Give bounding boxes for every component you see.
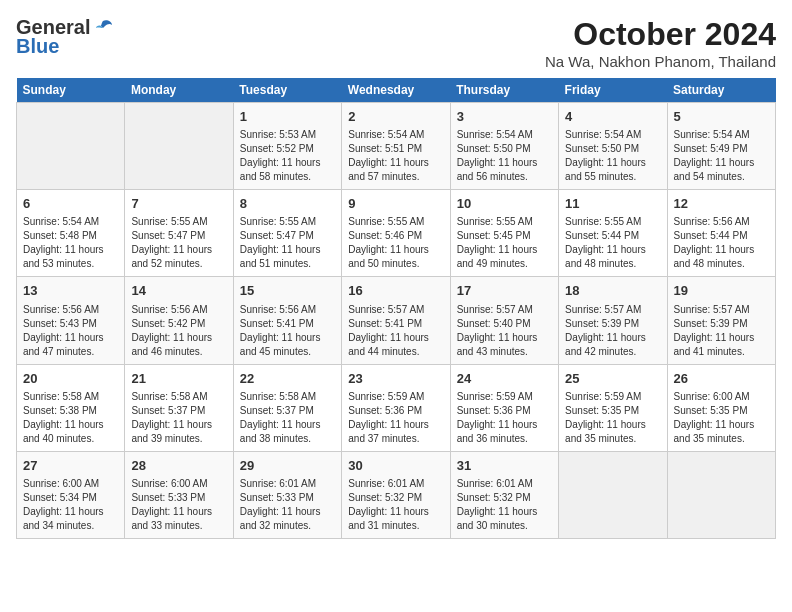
day-number: 27: [23, 457, 118, 475]
day-cell: 1Sunrise: 5:53 AMSunset: 5:52 PMDaylight…: [233, 103, 341, 190]
day-number: 30: [348, 457, 443, 475]
location-title: Na Wa, Nakhon Phanom, Thailand: [545, 53, 776, 70]
day-cell: 13Sunrise: 5:56 AMSunset: 5:43 PMDayligh…: [17, 277, 125, 364]
week-row-1: 1Sunrise: 5:53 AMSunset: 5:52 PMDaylight…: [17, 103, 776, 190]
day-info: Sunrise: 6:00 AMSunset: 5:34 PMDaylight:…: [23, 477, 118, 533]
day-cell: 16Sunrise: 5:57 AMSunset: 5:41 PMDayligh…: [342, 277, 450, 364]
day-cell: 27Sunrise: 6:00 AMSunset: 5:34 PMDayligh…: [17, 451, 125, 538]
day-info: Sunrise: 5:58 AMSunset: 5:37 PMDaylight:…: [240, 390, 335, 446]
day-cell: 11Sunrise: 5:55 AMSunset: 5:44 PMDayligh…: [559, 190, 667, 277]
logo-bird-icon: [92, 17, 114, 39]
day-info: Sunrise: 5:55 AMSunset: 5:47 PMDaylight:…: [240, 215, 335, 271]
day-number: 9: [348, 195, 443, 213]
day-cell: 28Sunrise: 6:00 AMSunset: 5:33 PMDayligh…: [125, 451, 233, 538]
day-cell: 19Sunrise: 5:57 AMSunset: 5:39 PMDayligh…: [667, 277, 775, 364]
day-cell: 17Sunrise: 5:57 AMSunset: 5:40 PMDayligh…: [450, 277, 558, 364]
day-number: 4: [565, 108, 660, 126]
day-number: 24: [457, 370, 552, 388]
day-cell: 30Sunrise: 6:01 AMSunset: 5:32 PMDayligh…: [342, 451, 450, 538]
day-number: 19: [674, 282, 769, 300]
day-info: Sunrise: 5:54 AMSunset: 5:49 PMDaylight:…: [674, 128, 769, 184]
day-info: Sunrise: 5:56 AMSunset: 5:41 PMDaylight:…: [240, 303, 335, 359]
day-info: Sunrise: 5:59 AMSunset: 5:36 PMDaylight:…: [348, 390, 443, 446]
day-number: 26: [674, 370, 769, 388]
header-wednesday: Wednesday: [342, 78, 450, 103]
logo-blue: Blue: [16, 35, 59, 58]
day-info: Sunrise: 5:55 AMSunset: 5:47 PMDaylight:…: [131, 215, 226, 271]
day-info: Sunrise: 5:57 AMSunset: 5:41 PMDaylight:…: [348, 303, 443, 359]
day-cell: 2Sunrise: 5:54 AMSunset: 5:51 PMDaylight…: [342, 103, 450, 190]
day-cell: 12Sunrise: 5:56 AMSunset: 5:44 PMDayligh…: [667, 190, 775, 277]
day-cell: 14Sunrise: 5:56 AMSunset: 5:42 PMDayligh…: [125, 277, 233, 364]
day-info: Sunrise: 5:56 AMSunset: 5:44 PMDaylight:…: [674, 215, 769, 271]
day-cell: 25Sunrise: 5:59 AMSunset: 5:35 PMDayligh…: [559, 364, 667, 451]
week-row-4: 20Sunrise: 5:58 AMSunset: 5:38 PMDayligh…: [17, 364, 776, 451]
day-number: 22: [240, 370, 335, 388]
day-number: 29: [240, 457, 335, 475]
day-info: Sunrise: 5:54 AMSunset: 5:51 PMDaylight:…: [348, 128, 443, 184]
day-info: Sunrise: 5:57 AMSunset: 5:39 PMDaylight:…: [674, 303, 769, 359]
calendar-header-row: SundayMondayTuesdayWednesdayThursdayFrid…: [17, 78, 776, 103]
day-info: Sunrise: 5:59 AMSunset: 5:35 PMDaylight:…: [565, 390, 660, 446]
week-row-2: 6Sunrise: 5:54 AMSunset: 5:48 PMDaylight…: [17, 190, 776, 277]
day-cell: 8Sunrise: 5:55 AMSunset: 5:47 PMDaylight…: [233, 190, 341, 277]
day-info: Sunrise: 5:57 AMSunset: 5:39 PMDaylight:…: [565, 303, 660, 359]
day-info: Sunrise: 6:01 AMSunset: 5:32 PMDaylight:…: [457, 477, 552, 533]
day-cell: [667, 451, 775, 538]
day-number: 31: [457, 457, 552, 475]
day-info: Sunrise: 6:01 AMSunset: 5:32 PMDaylight:…: [348, 477, 443, 533]
day-cell: [17, 103, 125, 190]
day-info: Sunrise: 5:56 AMSunset: 5:42 PMDaylight:…: [131, 303, 226, 359]
day-info: Sunrise: 5:53 AMSunset: 5:52 PMDaylight:…: [240, 128, 335, 184]
day-number: 10: [457, 195, 552, 213]
header-tuesday: Tuesday: [233, 78, 341, 103]
day-info: Sunrise: 5:56 AMSunset: 5:43 PMDaylight:…: [23, 303, 118, 359]
day-number: 6: [23, 195, 118, 213]
day-number: 20: [23, 370, 118, 388]
day-cell: 9Sunrise: 5:55 AMSunset: 5:46 PMDaylight…: [342, 190, 450, 277]
day-number: 7: [131, 195, 226, 213]
day-info: Sunrise: 5:58 AMSunset: 5:38 PMDaylight:…: [23, 390, 118, 446]
day-cell: 26Sunrise: 6:00 AMSunset: 5:35 PMDayligh…: [667, 364, 775, 451]
day-cell: 23Sunrise: 5:59 AMSunset: 5:36 PMDayligh…: [342, 364, 450, 451]
day-info: Sunrise: 5:58 AMSunset: 5:37 PMDaylight:…: [131, 390, 226, 446]
day-number: 18: [565, 282, 660, 300]
day-number: 17: [457, 282, 552, 300]
day-cell: 4Sunrise: 5:54 AMSunset: 5:50 PMDaylight…: [559, 103, 667, 190]
day-cell: 31Sunrise: 6:01 AMSunset: 5:32 PMDayligh…: [450, 451, 558, 538]
day-number: 16: [348, 282, 443, 300]
day-number: 13: [23, 282, 118, 300]
day-number: 5: [674, 108, 769, 126]
title-block: October 2024 Na Wa, Nakhon Phanom, Thail…: [545, 16, 776, 70]
day-info: Sunrise: 6:00 AMSunset: 5:35 PMDaylight:…: [674, 390, 769, 446]
header-saturday: Saturday: [667, 78, 775, 103]
day-info: Sunrise: 5:55 AMSunset: 5:44 PMDaylight:…: [565, 215, 660, 271]
day-number: 12: [674, 195, 769, 213]
day-cell: 24Sunrise: 5:59 AMSunset: 5:36 PMDayligh…: [450, 364, 558, 451]
day-info: Sunrise: 5:54 AMSunset: 5:48 PMDaylight:…: [23, 215, 118, 271]
day-cell: 21Sunrise: 5:58 AMSunset: 5:37 PMDayligh…: [125, 364, 233, 451]
day-info: Sunrise: 6:00 AMSunset: 5:33 PMDaylight:…: [131, 477, 226, 533]
day-number: 14: [131, 282, 226, 300]
day-number: 1: [240, 108, 335, 126]
day-cell: 20Sunrise: 5:58 AMSunset: 5:38 PMDayligh…: [17, 364, 125, 451]
day-info: Sunrise: 5:55 AMSunset: 5:46 PMDaylight:…: [348, 215, 443, 271]
day-number: 23: [348, 370, 443, 388]
day-number: 11: [565, 195, 660, 213]
header-thursday: Thursday: [450, 78, 558, 103]
day-info: Sunrise: 5:54 AMSunset: 5:50 PMDaylight:…: [565, 128, 660, 184]
header-friday: Friday: [559, 78, 667, 103]
day-cell: 5Sunrise: 5:54 AMSunset: 5:49 PMDaylight…: [667, 103, 775, 190]
day-number: 15: [240, 282, 335, 300]
day-cell: 3Sunrise: 5:54 AMSunset: 5:50 PMDaylight…: [450, 103, 558, 190]
week-row-3: 13Sunrise: 5:56 AMSunset: 5:43 PMDayligh…: [17, 277, 776, 364]
day-number: 2: [348, 108, 443, 126]
day-number: 3: [457, 108, 552, 126]
header-sunday: Sunday: [17, 78, 125, 103]
day-cell: 22Sunrise: 5:58 AMSunset: 5:37 PMDayligh…: [233, 364, 341, 451]
day-cell: 10Sunrise: 5:55 AMSunset: 5:45 PMDayligh…: [450, 190, 558, 277]
page-header: General Blue October 2024 Na Wa, Nakhon …: [16, 16, 776, 70]
day-cell: 18Sunrise: 5:57 AMSunset: 5:39 PMDayligh…: [559, 277, 667, 364]
day-cell: [559, 451, 667, 538]
day-number: 25: [565, 370, 660, 388]
